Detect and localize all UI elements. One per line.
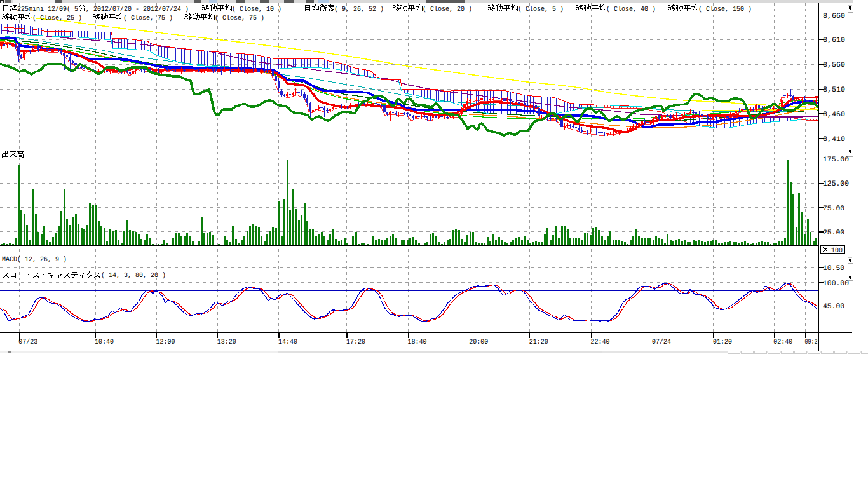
- svg-text:21:20: 21:20: [529, 338, 548, 346]
- svg-text:( Close, 75 ): ( Close, 75 ): [123, 15, 173, 22]
- svg-text:09:2: 09:2: [804, 338, 817, 346]
- svg-text:25.00: 25.00: [823, 229, 844, 237]
- svg-text:22:40: 22:40: [591, 338, 610, 346]
- svg-text:13:20: 13:20: [217, 338, 236, 346]
- svg-text:10.50: 10.50: [823, 264, 844, 273]
- svg-text:225mini 12/09( 5: 225mini 12/09( 5: [17, 6, 78, 13]
- svg-text:20:00: 20:00: [469, 338, 488, 346]
- svg-text:10:40: 10:40: [95, 338, 114, 346]
- svg-text:8,610: 8,610: [823, 36, 845, 44]
- svg-text:18:40: 18:40: [408, 338, 427, 346]
- svg-text:( Close, 150 ): ( Close, 150 ): [698, 6, 752, 13]
- svg-text:100: 100: [831, 247, 843, 255]
- svg-text:8,660: 8,660: [823, 12, 845, 20]
- svg-text:07/24: 07/24: [652, 338, 671, 346]
- svg-text:( Close, 10 ): ( Close, 10 ): [232, 6, 281, 13]
- svg-text:, 2012/07/20 - 2012/07/24 ): , 2012/07/20 - 2012/07/24 ): [86, 6, 189, 13]
- svg-text:07/23: 07/23: [18, 338, 37, 346]
- svg-text:125.00: 125.00: [823, 180, 849, 188]
- svg-text:100.00: 100.00: [823, 280, 849, 288]
- svg-text:8,410: 8,410: [823, 135, 845, 144]
- svg-text:45.00: 45.00: [823, 302, 844, 311]
- svg-text:( Close, 75 ): ( Close, 75 ): [215, 15, 264, 22]
- svg-text:75.00: 75.00: [823, 205, 844, 213]
- svg-text:( 14, 3, 80, 20 ): ( 14, 3, 80, 20 ): [101, 272, 166, 280]
- svg-text:( Close, 5 ): ( Close, 5 ): [518, 6, 564, 13]
- svg-text:8,560: 8,560: [823, 61, 845, 69]
- svg-text:17:20: 17:20: [346, 338, 365, 346]
- svg-text:MACD( 12, 26, 9 ): MACD( 12, 26, 9 ): [2, 256, 67, 264]
- svg-text:( Close, 20 ): ( Close, 20 ): [423, 6, 472, 13]
- svg-text:02:40: 02:40: [773, 338, 792, 346]
- svg-text:( Close, 40 ): ( Close, 40 ): [606, 6, 656, 13]
- svg-text:01:20: 01:20: [713, 338, 732, 346]
- svg-text:8,460: 8,460: [823, 111, 845, 119]
- svg-text:14:40: 14:40: [278, 338, 297, 346]
- svg-text:175.00: 175.00: [823, 156, 849, 164]
- svg-text:( 9, 26, 52 ): ( 9, 26, 52 ): [334, 6, 384, 13]
- svg-text:( Close, 25 ): ( Close, 25 ): [32, 15, 82, 22]
- svg-text:8,510: 8,510: [823, 86, 845, 94]
- svg-text:12:00: 12:00: [156, 338, 175, 346]
